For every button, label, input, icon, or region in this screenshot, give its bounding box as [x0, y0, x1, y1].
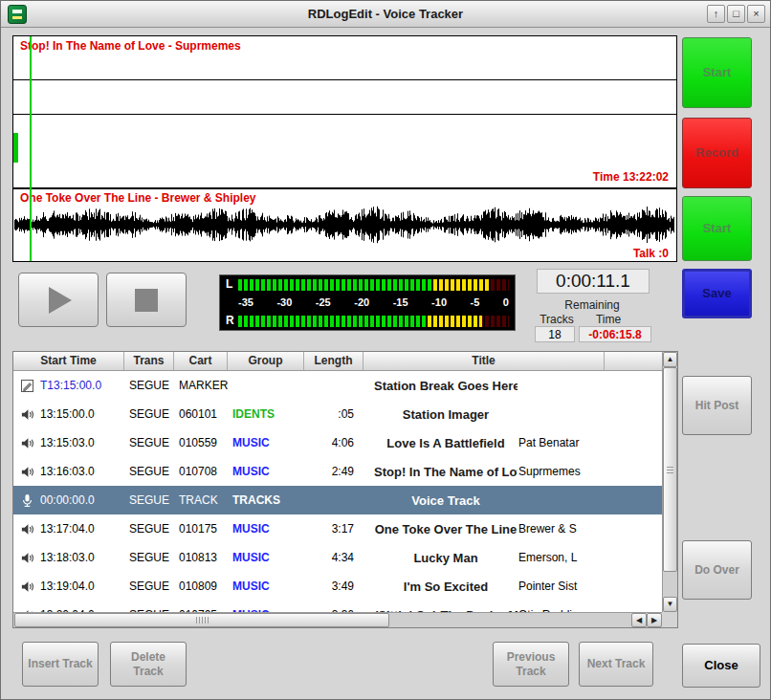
app-icon — [8, 5, 27, 24]
meter-left-label: L — [226, 278, 238, 291]
previous-track-button[interactable]: Previous Track — [493, 642, 569, 687]
table-row[interactable]: T13:15:00.0SEGUEMARKERStation Break Goes… — [13, 371, 662, 400]
cell-cart: 010708 — [174, 465, 228, 478]
table-row[interactable]: 13:15:03.0SEGUE010559MUSIC4:06Love Is A … — [13, 428, 662, 457]
column-header-trans[interactable]: Trans — [124, 352, 174, 370]
cell-group: IDENTS — [228, 407, 304, 421]
hit-post-button[interactable]: Hit Post — [682, 376, 752, 435]
horizontal-scrollbar[interactable]: ◀ ▶ — [13, 612, 662, 627]
microphone-icon — [13, 493, 40, 508]
scroll-right-icon[interactable]: ▶ — [647, 613, 662, 627]
cell-start-time: 13:16:03.0 — [40, 465, 124, 478]
cell-trans: SEGUE — [124, 379, 174, 392]
tracker-panel[interactable]: Stop! In The Name of Love - Suprmemes Ti… — [12, 35, 677, 262]
cell-cart: MARKER — [174, 379, 228, 392]
close-button[interactable]: Close — [682, 644, 760, 688]
table-header: Start Time Trans Cart Group Length Title — [13, 352, 662, 371]
shade-icon[interactable]: ↑ — [707, 5, 725, 23]
meter-tick: -5 — [471, 296, 480, 309]
meter-tick: -30 — [276, 296, 292, 309]
elapsed-time-display: 0:00:11.1 — [537, 269, 650, 294]
column-header-title[interactable]: Title — [363, 352, 605, 370]
column-header-start-time[interactable]: Start Time — [13, 352, 124, 370]
cell-trans: SEGUE — [124, 522, 174, 536]
titlebar[interactable]: RDLogEdit - Voice Tracker ↑ □ × — [1, 1, 770, 28]
insert-track-button[interactable]: Insert Track — [22, 642, 99, 687]
track-start-marker — [13, 133, 18, 163]
cell-artist: Pat Benatar — [518, 436, 662, 449]
cell-artist: Pointer Sist — [518, 580, 662, 593]
delete-track-button[interactable]: Delete Track — [110, 642, 187, 687]
play-icon — [49, 287, 72, 314]
cell-cart: 060101 — [174, 407, 228, 421]
meter-left-bar — [238, 279, 509, 291]
table-row[interactable]: 13:16:03.0SEGUE010708MUSIC2:49Stop! In T… — [13, 457, 662, 486]
cell-cart: 010809 — [174, 580, 228, 593]
table-row[interactable]: 13:15:00.0SEGUE060101IDENTS:05Station Im… — [13, 400, 662, 428]
cell-title: Station Imager — [363, 407, 518, 422]
audio-meter: L -35 -30 -25 -20 -15 -10 -5 0 R — [219, 274, 516, 331]
next-track-button[interactable]: Next Track — [579, 642, 653, 687]
meter-scale: -35 -30 -25 -20 -15 -10 -5 0 — [238, 296, 509, 309]
cell-title: Station Break Goes Here — [363, 379, 518, 393]
stop-icon — [135, 289, 158, 312]
start-track2-button[interactable]: Start — [682, 196, 752, 261]
cell-group: MUSIC — [228, 551, 304, 564]
remaining-time-label: Time — [581, 313, 636, 326]
meter-tick: 0 — [503, 296, 509, 309]
start-track1-button[interactable]: Start — [682, 37, 752, 108]
record-button[interactable]: Record — [682, 118, 752, 188]
meter-right-label: R — [226, 315, 238, 327]
speaker-icon — [13, 407, 40, 422]
cell-group: TRACKS — [228, 493, 304, 507]
column-header-length[interactable]: Length — [304, 352, 363, 370]
remaining-time-value: -0:06:15.8 — [579, 326, 651, 342]
speaker-icon — [13, 465, 40, 479]
scroll-up-icon[interactable]: ▲ — [663, 352, 677, 367]
table-row[interactable]: 00:00:00.0SEGUETRACKTRACKSVoice Track — [13, 486, 662, 514]
column-header-artist[interactable] — [605, 352, 662, 370]
cell-title: Love Is A Battlefield — [363, 436, 518, 450]
meter-tick: -25 — [316, 296, 331, 309]
scroll-left-icon[interactable]: ◀ — [631, 613, 647, 627]
do-over-button[interactable]: Do Over — [682, 540, 752, 600]
cell-group: MUSIC — [228, 580, 304, 593]
table-row[interactable]: 13:18:03.0SEGUE010813MUSIC4:34Lucky ManE… — [13, 543, 662, 572]
cell-cart: 010175 — [174, 522, 228, 536]
playback-cursor[interactable] — [30, 36, 32, 261]
log-table: Start Time Trans Cart Group Length Title… — [12, 351, 678, 628]
column-header-cart[interactable]: Cart — [174, 352, 228, 370]
window-buttons: ↑ □ × — [707, 5, 765, 23]
table-row[interactable]: 13:17:04.0SEGUE010175MUSIC3:17One Toke O… — [13, 514, 662, 543]
meter-tick: -10 — [431, 296, 447, 309]
cell-start-time: 13:18:03.0 — [40, 551, 124, 564]
cell-trans: SEGUE — [124, 407, 174, 421]
remaining-label: Remaining — [533, 298, 651, 312]
vertical-scrollbar[interactable]: ▲ ▼ — [662, 352, 677, 612]
horizontal-scrollbar-thumb[interactable] — [14, 613, 389, 627]
cell-length: 3:49 — [304, 580, 363, 593]
column-header-group[interactable]: Group — [228, 352, 304, 370]
save-button[interactable]: Save — [682, 269, 752, 318]
scroll-down-icon[interactable]: ▼ — [663, 597, 677, 612]
track1-title: Stop! In The Name of Love - Suprmemes — [20, 39, 241, 53]
table-row[interactable]: 13:20:04.0SEGUE010705MUSIC3:36(Sittin' O… — [13, 601, 662, 612]
cell-title: I'm So Excited — [363, 580, 518, 594]
stop-button[interactable] — [106, 273, 187, 327]
speaker-icon — [13, 551, 40, 565]
waveform-canvas[interactable] — [14, 205, 674, 245]
play-button[interactable] — [18, 273, 99, 327]
cell-start-time: 13:15:00.0 — [40, 407, 124, 421]
meter-tick: -15 — [393, 296, 408, 309]
vertical-scrollbar-thumb[interactable] — [663, 367, 677, 572]
cell-length: 4:34 — [304, 551, 363, 564]
lane-divider — [13, 114, 676, 115]
cell-trans: SEGUE — [124, 465, 174, 478]
maximize-icon[interactable]: □ — [727, 5, 745, 23]
table-row[interactable]: 13:19:04.0SEGUE010809MUSIC3:49I'm So Exc… — [13, 572, 662, 601]
close-window-icon[interactable]: × — [747, 5, 765, 23]
cell-start-time: T13:15:00.0 — [40, 379, 124, 392]
cell-trans: SEGUE — [124, 551, 174, 564]
meter-right-bar — [238, 316, 509, 327]
cell-title: Voice Track — [363, 493, 518, 508]
